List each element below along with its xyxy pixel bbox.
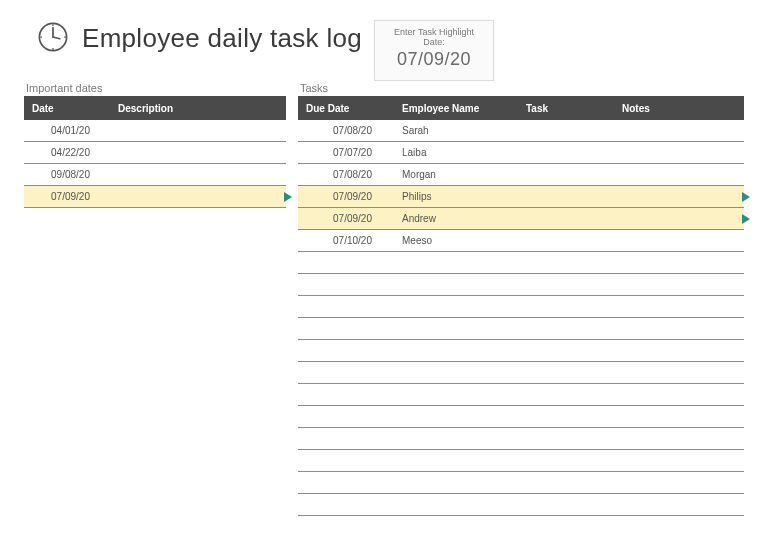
highlight-date-box[interactable]: Enter Task Highlight Date: 07/09/20 <box>374 20 494 81</box>
col-date: Date <box>24 103 110 114</box>
table-row[interactable]: 07/08/20Morgan <box>298 164 744 186</box>
task-cell <box>518 460 614 461</box>
important-dates-title: Important dates <box>26 82 286 94</box>
table-row[interactable]: 07/08/20Sarah <box>298 120 744 142</box>
employee-cell <box>394 482 518 483</box>
task-cell <box>518 284 614 285</box>
notes-cell <box>614 306 744 307</box>
task-cell <box>518 504 614 505</box>
employee-cell <box>394 328 518 329</box>
notes-cell <box>614 394 744 395</box>
due-date-cell: 07/07/20 <box>298 147 394 158</box>
employee-cell <box>394 306 518 307</box>
due-date-cell <box>298 350 394 351</box>
col-notes: Notes <box>614 103 744 114</box>
due-date-cell <box>298 372 394 373</box>
tasks-header: Due Date Employee Name Task Notes <box>298 96 744 120</box>
notes-cell <box>614 328 744 329</box>
tasks-title: Tasks <box>300 82 744 94</box>
employee-cell: Morgan <box>394 169 518 180</box>
due-date-cell: 07/08/20 <box>298 125 394 136</box>
col-task: Task <box>518 103 614 114</box>
due-date-cell <box>298 284 394 285</box>
employee-cell <box>394 372 518 373</box>
employee-cell: Andrew <box>394 213 518 224</box>
task-cell <box>518 394 614 395</box>
task-cell <box>518 372 614 373</box>
table-row[interactable]: 04/22/20 <box>24 142 286 164</box>
clock-icon <box>36 20 70 56</box>
table-row[interactable]: 04/01/20 <box>24 120 286 142</box>
table-row[interactable] <box>298 406 744 428</box>
table-row[interactable]: 07/09/20Philips <box>298 186 744 208</box>
col-employee: Employee Name <box>394 103 518 114</box>
due-date-cell: 07/10/20 <box>298 235 394 246</box>
table-row[interactable] <box>298 384 744 406</box>
task-cell <box>518 262 614 263</box>
task-cell <box>518 482 614 483</box>
notes-cell <box>614 372 744 373</box>
due-date-cell <box>298 482 394 483</box>
employee-cell: Meeso <box>394 235 518 246</box>
notes-cell <box>614 416 744 417</box>
highlight-flag-icon <box>742 192 750 202</box>
notes-cell <box>614 350 744 351</box>
employee-cell: Philips <box>394 191 518 202</box>
due-date-cell <box>298 504 394 505</box>
due-date-cell: 07/09/20 <box>298 213 394 224</box>
table-row[interactable] <box>298 274 744 296</box>
due-date-cell <box>298 460 394 461</box>
notes-cell <box>614 504 744 505</box>
task-cell <box>518 416 614 417</box>
employee-cell <box>394 460 518 461</box>
employee-cell <box>394 262 518 263</box>
table-row[interactable] <box>298 362 744 384</box>
highlight-flag-icon <box>284 192 292 202</box>
date-cell: 04/22/20 <box>24 147 110 158</box>
employee-cell <box>394 350 518 351</box>
due-date-cell: 07/08/20 <box>298 169 394 180</box>
notes-cell <box>614 262 744 263</box>
table-row[interactable] <box>298 296 744 318</box>
tasks-rows: 07/08/20Sarah07/07/20Laiba07/08/20Morgan… <box>298 120 744 516</box>
highlight-date-label: Enter Task Highlight Date: <box>383 27 485 47</box>
svg-point-6 <box>40 36 42 38</box>
task-cell <box>518 438 614 439</box>
table-row[interactable]: 09/08/20 <box>24 164 286 186</box>
employee-cell: Laiba <box>394 147 518 158</box>
employee-cell <box>394 416 518 417</box>
task-cell <box>518 350 614 351</box>
notes-cell <box>614 482 744 483</box>
highlight-flag-icon <box>742 214 750 224</box>
table-row[interactable]: 07/09/20 <box>24 186 286 208</box>
table-row[interactable] <box>298 472 744 494</box>
col-description: Description <box>110 103 286 114</box>
due-date-cell: 07/09/20 <box>298 191 394 202</box>
svg-point-4 <box>64 36 66 38</box>
due-date-cell <box>298 416 394 417</box>
table-row[interactable] <box>298 494 744 516</box>
svg-point-3 <box>52 24 54 26</box>
notes-cell <box>614 438 744 439</box>
table-row[interactable]: 07/10/20Meeso <box>298 230 744 252</box>
table-row[interactable] <box>298 428 744 450</box>
employee-cell: Sarah <box>394 125 518 136</box>
table-row[interactable] <box>298 252 744 274</box>
table-row[interactable]: 07/07/20Laiba <box>298 142 744 164</box>
table-row[interactable] <box>298 318 744 340</box>
task-cell <box>518 306 614 307</box>
col-due-date: Due Date <box>298 103 394 114</box>
date-cell: 04/01/20 <box>24 125 110 136</box>
svg-point-5 <box>52 48 54 50</box>
due-date-cell <box>298 328 394 329</box>
notes-cell <box>614 460 744 461</box>
important-dates-section: Important dates Date Description 04/01/2… <box>24 82 286 516</box>
employee-cell <box>394 504 518 505</box>
task-cell <box>518 328 614 329</box>
table-row[interactable]: 07/09/20Andrew <box>298 208 744 230</box>
date-cell: 07/09/20 <box>24 191 110 202</box>
employee-cell <box>394 394 518 395</box>
important-dates-rows: 04/01/2004/22/2009/08/2007/09/20 <box>24 120 286 208</box>
table-row[interactable] <box>298 340 744 362</box>
table-row[interactable] <box>298 450 744 472</box>
